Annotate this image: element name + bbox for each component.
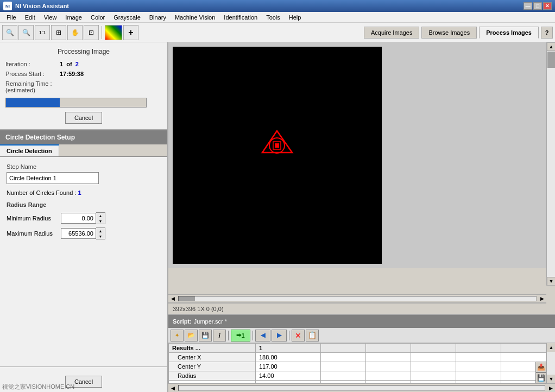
color-palette-button[interactable] [105,25,122,40]
export-icon[interactable]: 📤 [535,362,546,372]
save-results-icon[interactable]: 💾 [535,372,546,383]
zoom-out-button[interactable]: 🔍 [18,25,34,40]
back-button[interactable]: ◀ [255,330,270,342]
zoom-1-1-button[interactable]: 1:1 [35,25,50,40]
select-button[interactable]: ⊡ [84,25,99,40]
menu-edit[interactable]: Edit [21,13,40,22]
script-section: Script: Jumper.scr * ✦ 📂 💾 i ➡1 ◀ ▶ ✕ 📋 [168,314,555,392]
results-col5 [456,344,501,353]
results-scroll-down[interactable]: ▼ [547,375,555,383]
acquire-images-tab[interactable]: Acquire Images [364,27,419,39]
progress-bar-fill [6,98,146,107]
main-layout: Processing Image Iteration : 1 of 2 Proc… [0,42,555,392]
close-button[interactable]: ✕ [543,2,552,10]
process-start-value: 17:59:38 [60,71,84,77]
pan-button[interactable]: ✋ [67,25,83,40]
scroll-right-button[interactable]: ▶ [538,295,546,302]
scroll-up-button[interactable]: ▲ [547,42,555,51]
scroll-down-button[interactable]: ▼ [547,277,555,286]
menu-grayscale[interactable]: Grayscale [109,13,145,22]
table-row-empty-1 [169,381,546,383]
maximize-button[interactable]: □ [533,2,542,10]
menu-color[interactable]: Color [86,13,109,22]
step-execute-button[interactable]: ➡1 [231,330,250,342]
scroll-left-button[interactable]: ◀ [168,295,177,302]
app-title: NI Vision Assistant [15,3,524,9]
minimum-radius-input[interactable] [61,213,96,224]
scroll-thumb-h [179,296,195,301]
step-name-input[interactable] [7,172,99,184]
script-toolbar-separator-3 [289,331,289,340]
circles-found-label: Number of Circles Found : [7,189,76,196]
progress-segment-11 [124,98,135,107]
menu-help[interactable]: Help [285,13,306,22]
toolbar: 🔍 🔍 1:1 ⊞ ✋ ⊡ + Acquire Images Browse Im… [0,23,555,42]
results-area: Results ... 1 Center X [168,343,555,383]
minimize-button[interactable]: — [524,2,532,10]
progress-segment-1 [17,98,28,107]
menu-binary[interactable]: Binary [145,13,171,22]
progress-segment-5 [60,98,71,107]
radius-range-label: Radius Range [7,201,161,208]
maximum-radius-down[interactable]: ▼ [96,233,105,239]
menu-view[interactable]: View [40,13,61,22]
menu-tools[interactable]: Tools [262,13,285,22]
radius-label: Radius [169,371,256,381]
info-button[interactable]: i [213,330,226,342]
title-bar-buttons: — □ ✕ [524,2,552,10]
progress-segment-12 [135,98,146,107]
menu-identification[interactable]: Identification [219,13,262,22]
maximum-radius-input[interactable] [61,228,96,239]
table-row: Center X 188.00 [169,353,546,362]
scroll-track-h [178,296,537,301]
center-y-value: 117.00 [256,362,321,371]
center-y-label: Center Y [169,362,256,371]
results-scroll-track [547,352,555,375]
center-x-value: 188.00 [256,353,321,362]
maximum-radius-up[interactable]: ▲ [96,228,105,233]
copy-step-button[interactable]: 📋 [306,330,319,342]
script-toolbar-separator-2 [253,331,253,340]
zoom-fit-button[interactable]: ⊞ [51,25,66,40]
results-horizontal-scrollbar: ◀ ▶ [168,383,555,392]
menu-image[interactable]: Image [61,13,86,22]
new-script-button[interactable]: ✦ [171,330,184,342]
left-panel: Processing Image Iteration : 1 of 2 Proc… [0,42,168,392]
results-scroll-left[interactable]: ◀ [168,384,177,392]
menu-machine-vision[interactable]: Machine Vision [171,13,219,22]
minimum-radius-up[interactable]: ▲ [96,213,105,218]
process-start-row: Process Start : 17:59:38 [5,71,162,77]
results-col2 [321,344,366,353]
center-x-col4 [411,353,456,362]
processing-section: Processing Image Iteration : 1 of 2 Proc… [0,42,167,130]
script-toolbar-separator [228,331,229,340]
setup-content: Step Name Number of Circles Found : 1 Ra… [0,157,167,366]
save-script-button[interactable]: 💾 [199,330,212,342]
menu-file[interactable]: File [2,13,21,22]
circle-detection-tab[interactable]: Circle Detection [0,144,59,156]
results-scroll-up[interactable]: ▲ [547,343,555,352]
results-col6 [501,344,546,353]
maximum-radius-spinner: ▲ ▼ [61,227,105,239]
radius-col3 [366,371,411,381]
add-step-button[interactable]: + [123,25,138,40]
results-scroll-track-h [178,385,545,391]
circle-detection-setup-header: Circle Detection Setup [0,130,167,144]
results-scroll-right[interactable]: ▶ [546,384,555,392]
scroll-thumb-v [547,52,555,68]
circle-detection-tabs: Circle Detection [0,144,167,157]
script-filename: Jumper.scr * [194,318,227,325]
browse-images-tab[interactable]: Browse Images [421,27,477,39]
delete-step-button[interactable]: ✕ [292,330,305,342]
process-images-tab[interactable]: Process Images [479,27,539,39]
minimum-radius-down[interactable]: ▼ [96,218,105,224]
center-y-col2 [321,362,366,371]
forward-button[interactable]: ▶ [272,330,287,342]
image-canvas [173,47,382,264]
results-col4 [411,344,456,353]
zoom-in-button[interactable]: 🔍 [2,25,17,40]
open-script-button[interactable]: 📂 [185,330,198,342]
cancel-button[interactable]: Cancel [65,112,102,124]
bottom-cancel-button[interactable]: Cancel [65,376,102,388]
help-button[interactable]: ? [541,27,553,39]
